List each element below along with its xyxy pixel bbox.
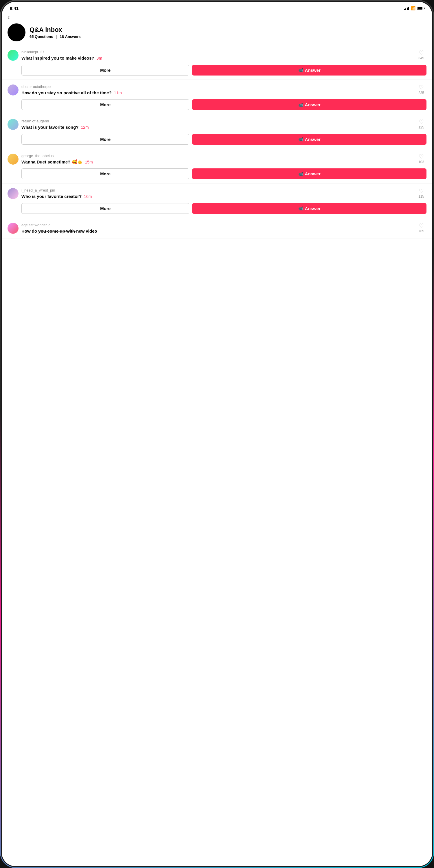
action-row: More 📹 Answer [7, 65, 427, 75]
like-section[interactable]: ♡ 345 [416, 50, 427, 60]
like-count: 345 [418, 56, 424, 60]
question-text: Wanna Duet sometime? 🥰🤙 15m [22, 159, 412, 165]
more-button[interactable]: More [22, 168, 189, 179]
question-item: biblioklept_27 What inspired you to make… [2, 45, 432, 80]
answer-button[interactable]: 📹 Answer [192, 168, 427, 179]
status-time: 9:41 [10, 6, 19, 11]
more-button[interactable]: More [22, 99, 189, 110]
username: doctor octothorpe [22, 85, 412, 89]
camera-icon: 📹 [298, 206, 303, 211]
username: i_need_a_wrest_pin [22, 188, 412, 192]
answer-button[interactable]: 📹 Answer [192, 65, 427, 75]
heart-icon[interactable]: ♡ [418, 85, 424, 90]
question-header: return of augend What is your favorite s… [7, 119, 427, 130]
question-item: agelast wonder 7 How do you come up with… [2, 218, 432, 239]
question-header: biblioklept_27 What inspired you to make… [7, 50, 427, 61]
questions-list: biblioklept_27 What inspired you to make… [2, 45, 432, 866]
username: agelast wonder 7 [22, 223, 412, 227]
page-header: Q&A inbox 65 Questions | 18 Answers [2, 22, 432, 45]
user-avatar [7, 223, 19, 234]
like-section[interactable]: ♡ 765 [416, 223, 427, 233]
like-count: 103 [418, 160, 424, 164]
more-button[interactable]: More [22, 65, 189, 75]
action-row: More 📹 Answer [7, 203, 427, 214]
username: return of augend [22, 119, 412, 123]
like-count: 115 [418, 194, 424, 198]
like-section[interactable]: ♡ 115 [416, 188, 427, 198]
status-icons: 📶 [404, 6, 424, 10]
more-button[interactable]: More [22, 134, 189, 145]
question-text: Who is your favorite creator? 16m [22, 193, 412, 199]
like-count: 125 [418, 125, 424, 129]
question-item: doctor octothorpe How do you stay so pos… [2, 80, 432, 115]
question-item: george_the_obelus Wanna Duet sometime? 🥰… [2, 149, 432, 184]
action-row: More 📹 Answer [7, 134, 427, 145]
like-count: 765 [418, 229, 424, 233]
page-title: Q&A inbox [30, 26, 81, 34]
wifi-icon: 📶 [411, 6, 415, 10]
user-avatar [7, 154, 19, 165]
heart-icon[interactable]: ♡ [418, 188, 424, 194]
question-item: i_need_a_wrest_pin Who is your favorite … [2, 183, 432, 218]
like-section[interactable]: ♡ 235 [416, 85, 427, 95]
header-stats: 65 Questions | 18 Answers [30, 34, 81, 39]
questions-count: 65 [30, 34, 34, 39]
question-header: i_need_a_wrest_pin Who is your favorite … [7, 188, 427, 199]
question-item: return of augend What is your favorite s… [2, 114, 432, 149]
heart-icon[interactable]: ♡ [418, 223, 424, 228]
answer-button[interactable]: 📹 Answer [192, 99, 427, 110]
user-avatar [7, 188, 19, 199]
more-button[interactable]: More [22, 203, 189, 214]
username: biblioklept_27 [22, 50, 412, 54]
camera-icon: 📹 [298, 68, 303, 72]
camera-icon: 📹 [298, 172, 303, 176]
question-text: What inspired you to make videos? 3m [22, 55, 412, 61]
status-bar: 9:41 📶 [2, 2, 432, 12]
answer-button[interactable]: 📹 Answer [192, 134, 427, 145]
heart-icon[interactable]: ♡ [418, 154, 424, 159]
question-header: agelast wonder 7 How do you come up with… [7, 223, 427, 234]
question-text: How do you stay so positive all of the t… [22, 90, 412, 96]
action-row: More 📹 Answer [7, 99, 427, 110]
answer-button[interactable]: 📹 Answer [192, 203, 427, 214]
like-section[interactable]: ♡ 125 [416, 119, 427, 129]
user-avatar [7, 50, 19, 61]
like-section[interactable]: ♡ 103 [416, 154, 427, 164]
action-row: More 📹 Answer [7, 168, 427, 179]
question-header: doctor octothorpe How do you stay so pos… [7, 85, 427, 96]
answers-count: 18 [60, 34, 64, 39]
back-button[interactable]: ‹ [2, 12, 432, 22]
heart-icon[interactable]: ♡ [418, 50, 424, 56]
question-text: What is your favorite song? 12m [22, 124, 412, 130]
signal-icon [404, 7, 409, 10]
header-info: Q&A inbox 65 Questions | 18 Answers [30, 26, 81, 39]
avatar [7, 24, 26, 41]
battery-icon [417, 7, 424, 10]
camera-icon: 📹 [298, 137, 303, 142]
question-header: george_the_obelus Wanna Duet sometime? 🥰… [7, 154, 427, 165]
user-avatar [7, 85, 19, 95]
heart-icon[interactable]: ♡ [418, 119, 424, 125]
question-text: How do you come up with new video [22, 228, 412, 234]
camera-icon: 📹 [298, 102, 303, 107]
username: george_the_obelus [22, 154, 412, 158]
like-count: 235 [418, 91, 424, 95]
user-avatar [7, 119, 19, 130]
